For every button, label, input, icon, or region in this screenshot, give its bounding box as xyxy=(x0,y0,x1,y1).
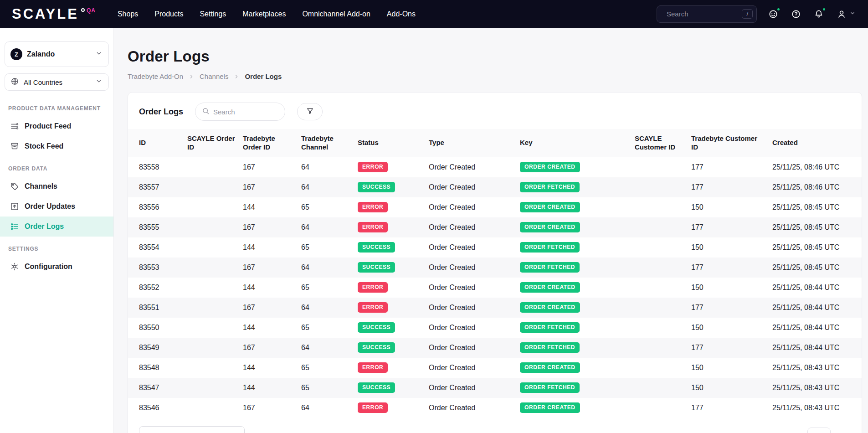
table-cell: 25/11/25, 08:43 UTC xyxy=(772,358,862,378)
user-menu[interactable] xyxy=(835,8,856,21)
table-row[interactable]: 8355816764ERROROrder CreatedORDER CREATE… xyxy=(128,157,862,177)
filter-button[interactable] xyxy=(297,103,323,120)
table-cell: 83546 xyxy=(128,398,187,418)
key-badge: ORDER FETCHED xyxy=(520,262,580,272)
sidebar-item-product-feed[interactable]: Product Feed xyxy=(0,116,113,136)
table-cell: 150 xyxy=(691,318,772,338)
table-cell xyxy=(187,157,243,177)
table-search[interactable] xyxy=(195,103,285,121)
order-updates-icon xyxy=(10,202,19,211)
sidebar-item-order-updates[interactable]: Order Updates xyxy=(0,196,113,216)
table-cell xyxy=(635,278,691,298)
sidebar-item-stock-feed[interactable]: Stock Feed xyxy=(0,136,113,156)
scayle-logo[interactable]: SCAYLE QA xyxy=(12,7,96,21)
key-cell: ORDER CREATED xyxy=(520,398,635,418)
key-badge: ORDER CREATED xyxy=(520,222,580,232)
breadcrumb-item-tradebyte-add-on[interactable]: Tradebyte Add-On xyxy=(128,72,183,80)
breadcrumb: Tradebyte Add-OnChannelsOrder Logs xyxy=(128,72,862,80)
help-icon[interactable] xyxy=(790,8,802,21)
global-search[interactable]: / xyxy=(657,5,757,23)
table-cell: 25/11/25, 08:46 UTC xyxy=(772,177,862,197)
status-cell: SUCCESS xyxy=(358,237,429,258)
card-header: Order Logs xyxy=(128,93,862,129)
table-cell: Order Created xyxy=(429,237,520,258)
table-cell: Order Created xyxy=(429,157,520,177)
breadcrumb-item-channels[interactable]: Channels xyxy=(200,72,228,80)
table-cell xyxy=(187,197,243,217)
table-cell: 25/11/25, 08:44 UTC xyxy=(772,278,862,298)
sidebar-item-configuration[interactable]: Configuration xyxy=(0,257,113,277)
table-cell: Order Created xyxy=(429,378,520,398)
table-cell: 64 xyxy=(301,217,358,237)
nav-item-add-ons[interactable]: Add-Ons xyxy=(387,10,416,18)
key-badge: ORDER FETCHED xyxy=(520,322,580,332)
table-cell: 83552 xyxy=(128,278,187,298)
chevron-right-icon xyxy=(188,73,195,80)
nav-item-omnichannel-add-on[interactable]: Omnichannel Add-on xyxy=(302,10,370,18)
nav-item-products[interactable]: Products xyxy=(154,10,183,18)
table-cell xyxy=(635,338,691,358)
topbar-right: / xyxy=(657,5,856,23)
pagination-page-2053[interactable]: 2053 xyxy=(807,428,831,433)
card-footer: 30 Showing 1-30 of 61,572 123…2053 xyxy=(128,418,862,433)
country-selector[interactable]: All Countries xyxy=(5,73,109,91)
sidebar-nav: PRODUCT DATA MANAGEMENTProduct FeedStock… xyxy=(5,103,109,283)
pagination-next-icon[interactable] xyxy=(833,428,851,433)
pagination-ellipsis: … xyxy=(787,428,805,433)
table-cell xyxy=(635,157,691,177)
sidebar-item-order-logs[interactable]: Order Logs xyxy=(0,216,113,237)
nav-item-shops[interactable]: Shops xyxy=(118,10,138,18)
section-title-settings: SETTINGS xyxy=(5,243,109,257)
table-cell: 65 xyxy=(301,378,358,398)
chevron-down-icon xyxy=(230,431,238,433)
logo-ring-icon xyxy=(81,8,85,12)
table-cell: 177 xyxy=(691,338,772,358)
table-row[interactable]: 8354916764SUCCESSOrder CreatedORDER FETC… xyxy=(128,338,862,358)
table-row[interactable]: 8355116764ERROROrder CreatedORDER CREATE… xyxy=(128,298,862,318)
pagination-prev-icon[interactable] xyxy=(707,428,724,433)
table-row[interactable]: 8355414465SUCCESSOrder CreatedORDER FETC… xyxy=(128,237,862,258)
section-title-order-data: ORDER DATA xyxy=(5,163,109,176)
table-cell: 83555 xyxy=(128,217,187,237)
topbar-nav: ShopsProductsSettingsMarketplacesOmnicha… xyxy=(118,10,416,18)
nav-item-marketplaces[interactable]: Marketplaces xyxy=(242,10,286,18)
table-row[interactable]: 8355214465ERROROrder CreatedORDER CREATE… xyxy=(128,278,862,298)
page-size-select[interactable]: 30 xyxy=(139,426,245,433)
table-row[interactable]: 8355716764SUCCESSOrder CreatedORDER FETC… xyxy=(128,177,862,197)
status-badge: SUCCESS xyxy=(358,182,395,192)
table-search-input[interactable] xyxy=(213,108,278,116)
table-cell: 83551 xyxy=(128,298,187,318)
nav-item-settings[interactable]: Settings xyxy=(200,10,226,18)
table-row[interactable]: 8354616764ERROROrder CreatedORDER CREATE… xyxy=(128,398,862,418)
table-row[interactable]: 8354714465SUCCESSOrder CreatedORDER FETC… xyxy=(128,378,862,398)
sidebar: Z Zalando All Countries PRODUCT DATA MAN… xyxy=(0,28,114,433)
pagination-page-2[interactable]: 2 xyxy=(747,428,765,433)
table-cell xyxy=(187,318,243,338)
table-cell xyxy=(635,378,691,398)
table-cell: 167 xyxy=(243,157,301,177)
table-row[interactable]: 8354814465ERROROrder CreatedORDER CREATE… xyxy=(128,358,862,378)
table-cell: 150 xyxy=(691,378,772,398)
table-row[interactable]: 8355316764SUCCESSOrder CreatedORDER FETC… xyxy=(128,258,862,278)
pagination-page-1[interactable]: 1 xyxy=(727,428,745,433)
global-search-input[interactable] xyxy=(667,10,738,18)
key-cell: ORDER CREATED xyxy=(520,157,635,177)
order-logs-table-body: 8355816764ERROROrder CreatedORDER CREATE… xyxy=(128,157,862,418)
table-cell xyxy=(635,398,691,418)
table-row[interactable]: 8355014465SUCCESSOrder CreatedORDER FETC… xyxy=(128,318,862,338)
shop-selector[interactable]: Z Zalando xyxy=(5,41,109,67)
table-cell: 83547 xyxy=(128,378,187,398)
feedback-icon[interactable] xyxy=(767,8,780,21)
status-cell: ERROR xyxy=(358,398,429,418)
notification-dot xyxy=(776,7,781,11)
bell-icon[interactable] xyxy=(812,8,825,21)
search-shortcut-key: / xyxy=(742,9,753,19)
table-cell: Order Created xyxy=(429,358,520,378)
table-row[interactable]: 8355614465ERROROrder CreatedORDER CREATE… xyxy=(128,197,862,217)
table-row[interactable]: 8355516764ERROROrder CreatedORDER CREATE… xyxy=(128,217,862,237)
pagination-page-3[interactable]: 3 xyxy=(767,428,785,433)
table-cell: 167 xyxy=(243,398,301,418)
table-cell: 65 xyxy=(301,197,358,217)
key-cell: ORDER CREATED xyxy=(520,217,635,237)
sidebar-item-channels[interactable]: Channels xyxy=(0,176,113,196)
